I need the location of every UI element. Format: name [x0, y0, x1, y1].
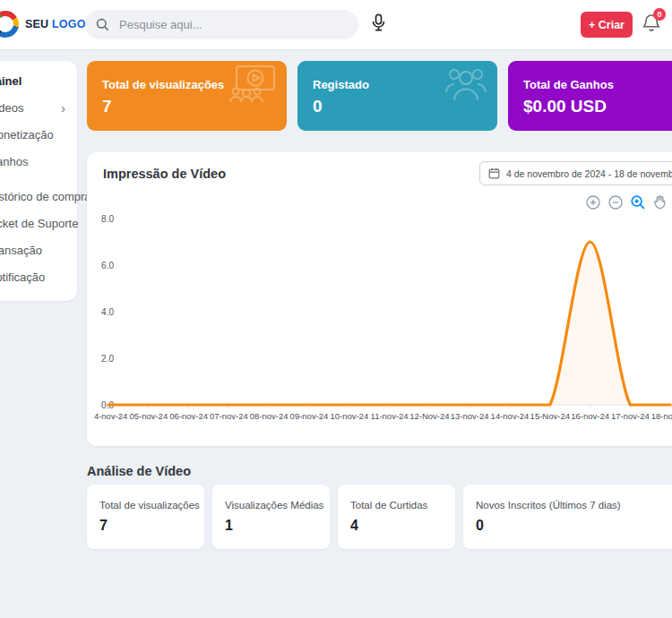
notifications-button[interactable]: 0 [642, 13, 665, 36]
analysis-card-value: 1 [225, 518, 233, 534]
create-button[interactable]: + Criar [581, 12, 633, 38]
svg-text:06-nov-24: 06-nov-24 [169, 411, 208, 421]
sidebar-item-label: Painel [0, 74, 22, 88]
microphone-button[interactable] [366, 13, 390, 36]
sidebar-item-videos[interactable]: Vídeos› [0, 95, 77, 122]
sidebar-item-label: Monetização [0, 128, 54, 142]
stat-card-value: 7 [102, 97, 112, 116]
svg-text:13-nov-24: 13-nov-24 [451, 411, 489, 421]
svg-text:08-nov-24: 08-nov-24 [250, 411, 289, 421]
analysis-card-total-de-visualizacoes: Total de visualizações7 [87, 485, 204, 549]
sidebar-nav: PainelVídeos›MonetizaçãoGanhosHistórico … [0, 61, 77, 301]
svg-text:6.0: 6.0 [101, 261, 114, 270]
stat-card-label: Total de Ganhos [523, 78, 614, 91]
svg-text:17-nov-24: 17-nov-24 [611, 411, 650, 421]
video-impressions-panel: Impressão de Vídeo 4 de novembro de 2024… [87, 152, 672, 446]
analysis-card-label: Novos Inscritos (Últimos 7 dias) [476, 500, 621, 511]
svg-text:09-nov-24: 09-nov-24 [290, 411, 329, 421]
sidebar-item-notificacao[interactable]: Notificação [0, 264, 77, 291]
svg-text:18-nov-24: 18-nov-24 [651, 411, 672, 421]
stat-card-total-de-ganhos: Total de Ganhos$0.00 USD [508, 61, 672, 131]
sidebar-item-label: Notificação [0, 270, 45, 284]
logo-prefix: SEU [25, 18, 48, 30]
calendar-icon [488, 167, 500, 179]
analysis-card-label: Total de visualizações [99, 500, 200, 511]
date-range-picker[interactable]: 4 de novembro de 2024 - 18 de novembro d… [479, 161, 672, 185]
sidebar-item-historico-de-compras[interactable]: Histórico de compras [0, 184, 77, 210]
stat-card-label: Total de visualizações [102, 78, 224, 91]
sidebar-item-ticket-de-suporte[interactable]: Ticket de Suporte [0, 210, 77, 237]
sidebar-item-label: Transação [0, 244, 42, 257]
search-bar [85, 10, 358, 39]
search-icon [96, 18, 109, 31]
sidebar-item-label: Ganhos [0, 155, 29, 168]
analysis-card-visualizacoes-medias: Visualizações Médias1 [212, 485, 330, 549]
stat-cards-row: Total de visualizações7Registado0Total d… [87, 61, 672, 131]
stat-card-total-de-visualizacoes: Total de visualizações7 [87, 61, 287, 131]
pan-icon[interactable] [652, 194, 668, 210]
svg-text:04-nov-24: 04-nov-24 [94, 411, 127, 421]
stat-card-registado: Registado0 [297, 61, 497, 131]
video-audience-icon [229, 65, 276, 107]
chevron-right-icon: › [61, 95, 65, 122]
stat-card-label: Registado [313, 78, 369, 91]
svg-text:16-nov-24: 16-nov-24 [571, 411, 609, 421]
analysis-heading: Análise de Vídeo [87, 464, 191, 478]
analysis-card-novos-inscritos-ultimos-7-dias: Novos Inscritos (Últimos 7 dias)0 [463, 485, 672, 549]
notification-badge: 0 [653, 8, 666, 21]
analysis-card-label: Total de Curtidas [350, 500, 427, 511]
chart-toolbar [585, 194, 672, 210]
svg-text:12-Nov-24: 12-Nov-24 [409, 411, 449, 421]
svg-text:10-nov-24: 10-nov-24 [330, 411, 368, 421]
sidebar-item-monetizacao[interactable]: Monetização [0, 122, 77, 149]
sidebar-item-ganhos[interactable]: Ganhos [0, 149, 77, 176]
analysis-card-value: 7 [99, 518, 108, 534]
date-range-text: 4 de novembro de 2024 - 18 de novembro d… [506, 168, 672, 179]
svg-text:8.0: 8.0 [101, 214, 114, 224]
stat-card-value: $0.00 USD [523, 97, 607, 116]
logo-ring-icon [0, 11, 19, 38]
svg-text:07-nov-24: 07-nov-24 [210, 411, 248, 421]
sidebar-item-label: Histórico de compras [0, 190, 97, 203]
svg-text:4.0: 4.0 [101, 307, 114, 317]
sidebar-item-label: Vídeos [0, 101, 23, 115]
analysis-cards-row: Total de visualizações7Visualizações Méd… [87, 485, 672, 549]
chart-title: Impressão de Vídeo [103, 167, 226, 181]
search-input[interactable] [117, 17, 345, 32]
sidebar-item-transacao[interactable]: Transação [0, 237, 77, 264]
svg-text:15-Nov-24: 15-Nov-24 [530, 411, 570, 421]
sidebar-item-label: Ticket de Suporte [0, 217, 78, 230]
zoom-in-icon[interactable] [585, 194, 601, 210]
zoom-out-icon[interactable] [607, 194, 624, 210]
video-impressions-chart[interactable]: 8.06.04.02.00.004-nov-2405-nov-2406-nov-… [94, 211, 672, 426]
sidebar-item-painel[interactable]: Painel [0, 68, 77, 95]
svg-text:2.0: 2.0 [101, 354, 114, 364]
analysis-card-label: Visualizações Médias [225, 500, 323, 511]
svg-text:05-nov-24: 05-nov-24 [129, 411, 168, 421]
analysis-card-value: 4 [350, 518, 358, 534]
svg-text:14-nov-24: 14-nov-24 [491, 411, 530, 421]
selection-zoom-icon[interactable] [630, 194, 646, 210]
app-header: SEU LOGO AQUI + Criar 0 [0, 0, 672, 49]
analysis-card-total-de-curtidas: Total de Curtidas4 [338, 485, 455, 549]
stat-card-value: 0 [313, 97, 323, 116]
microphone-icon [370, 13, 387, 33]
svg-text:11-nov-24: 11-nov-24 [371, 411, 409, 421]
analysis-card-value: 0 [476, 518, 484, 534]
people-group-icon [445, 65, 487, 105]
